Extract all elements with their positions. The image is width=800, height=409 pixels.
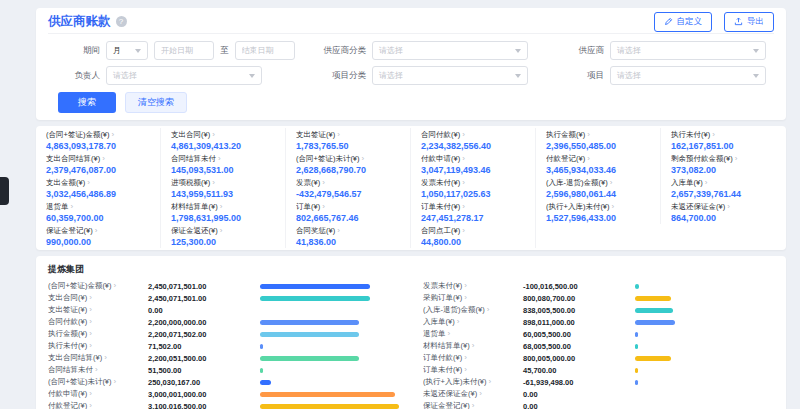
chart-row-label[interactable]: (执行+入库)未付(¥)› <box>423 377 523 387</box>
search-button[interactable]: 搜索 <box>58 92 116 113</box>
metric-card[interactable]: 入库单(¥)›2,657,339,761.44 <box>661 176 786 200</box>
chart-row-label[interactable]: 支出签证(¥)› <box>48 305 148 315</box>
metric-card[interactable]: (合同+签证)未计(¥)›2,628,668,790.70 <box>286 152 411 176</box>
metric-label: 合同点工(¥) <box>421 226 460 236</box>
project-select[interactable]: 请选择 <box>610 66 766 85</box>
metric-card[interactable]: 合同奖惩(¥)›41,836.00 <box>286 224 411 248</box>
chart-row-label[interactable]: 发票未付(¥)› <box>423 281 523 291</box>
metric-card[interactable]: (入库-退货)金额(¥)›2,596,980,061.44 <box>536 176 661 200</box>
supplier-select[interactable]: 请选择 <box>610 41 766 60</box>
metric-value: 2,396,550,485.00 <box>546 141 650 151</box>
metric-card[interactable]: 付款登记(¥)›3,465,934,033.46 <box>536 152 661 176</box>
period-unit-select[interactable]: 月 <box>106 41 148 60</box>
metric-card[interactable]: (合同+签证)金额(¥)›4,863,093,178.70 <box>36 128 161 152</box>
end-date-input[interactable] <box>235 41 295 60</box>
metric-card[interactable]: 执行未付(¥)›162,167,851.00 <box>661 128 786 152</box>
chart-bar-track <box>260 392 399 397</box>
metric-card[interactable]: 发票未付(¥)›1,050,117,025.63 <box>411 176 536 200</box>
metric-card[interactable]: 支出合同(¥)›4,861,309,413.20 <box>161 128 286 152</box>
metric-card[interactable]: 支出签证(¥)›1,783,765.50 <box>286 128 411 152</box>
start-date-input[interactable] <box>154 41 214 60</box>
chart-columns: (合同+签证)金额(¥)›2,450,071,501.00支出合同(¥)›2,4… <box>48 280 774 409</box>
metric-card[interactable]: 保证金返还(¥)›125,300.00 <box>161 224 286 248</box>
chart-row-label[interactable]: 订单付款(¥)› <box>423 353 523 363</box>
export-button-label: 导出 <box>747 16 764 28</box>
metric-label: 订单(¥) <box>296 202 320 212</box>
metric-card[interactable]: 支出合同结算(¥)›2,379,476,087.00 <box>36 152 161 176</box>
metric-label: 支出合同结算(¥) <box>46 154 100 164</box>
chevron-right-icon: › <box>587 131 590 139</box>
chart-row-label[interactable]: 采购订单(¥)› <box>423 293 523 303</box>
chart-row-label[interactable]: 入库单(¥)› <box>423 317 523 327</box>
chart-row-label[interactable]: 退货单› <box>423 329 523 339</box>
help-icon[interactable]: ? <box>116 16 127 27</box>
chart-row-label[interactable]: 材料结算单(¥)› <box>423 341 523 351</box>
chart-row-label[interactable]: 执行未付(¥)› <box>48 341 148 351</box>
chevron-right-icon: › <box>712 131 715 139</box>
metric-card[interactable]: 退货单›60,359,700.00 <box>36 200 161 224</box>
metric-card[interactable]: 合同结算未付›145,093,531.00 <box>161 152 286 176</box>
metric-card[interactable]: 合同付款(¥)›2,234,382,556.40 <box>411 128 536 152</box>
chevron-right-icon: › <box>89 342 92 350</box>
chart-row-label[interactable]: 支出合同(¥)› <box>48 293 148 303</box>
chevron-right-icon: › <box>462 227 465 235</box>
chart-bar <box>635 356 671 361</box>
chevron-right-icon: › <box>487 306 490 314</box>
chart-row-label[interactable]: 支出合同结算(¥)› <box>48 353 148 363</box>
chart-bar-track <box>260 380 399 385</box>
chart-row-label[interactable]: 付款登记(¥)› <box>48 401 148 409</box>
chart-row-label[interactable]: 保证金登记(¥)› <box>423 401 523 409</box>
chart-bar <box>260 380 271 385</box>
chevron-right-icon: › <box>104 354 107 362</box>
chart-row-label[interactable]: 付款申请(¥)› <box>48 389 148 399</box>
metric-card[interactable]: 进项税额(¥)›143,959,511.93 <box>161 176 286 200</box>
chart-row-value: 2,200,000,000.00 <box>148 318 260 327</box>
filter-actions: 搜索 清空搜索 <box>58 92 774 113</box>
export-button[interactable]: 导出 <box>724 12 774 32</box>
clear-search-button[interactable]: 清空搜索 <box>125 92 187 113</box>
metric-label: 订单未付(¥) <box>421 202 460 212</box>
metric-card[interactable]: 付款申请(¥)›3,047,119,493.46 <box>411 152 536 176</box>
chart-row-label[interactable]: (合同+签证)未计(¥)› <box>48 377 148 387</box>
metric-value: 4,861,309,413.20 <box>171 141 275 151</box>
metric-card[interactable]: 支出金额(¥)›3,032,456,486.89 <box>36 176 161 200</box>
chevron-right-icon: › <box>610 179 613 187</box>
filter-owner: 负责人 请选择 <box>48 66 298 85</box>
metric-label: (合同+签证)未计(¥) <box>296 154 360 164</box>
metric-card[interactable]: 执行金额(¥)›2,396,550,485.00 <box>536 128 661 152</box>
metric-label: (入库-退货)金额(¥) <box>546 178 608 188</box>
metric-card[interactable]: 保证金登记(¥)›990,000.00 <box>36 224 161 248</box>
metric-card[interactable]: 订单(¥)›802,665,767.46 <box>286 200 411 224</box>
chevron-right-icon: › <box>114 282 117 290</box>
metric-card[interactable]: 合同点工(¥)›44,800.00 <box>411 224 536 248</box>
metric-card[interactable]: 发票(¥)›-432,479,546.57 <box>286 176 411 200</box>
metric-card[interactable]: 剩余预付款金额(¥)›373,082.00 <box>661 152 786 176</box>
chart-row-label[interactable]: (入库-退货)金额(¥)› <box>423 305 523 315</box>
chart-row-label[interactable]: 订单未付(¥)› <box>423 365 523 375</box>
metric-card[interactable]: 订单未付(¥)›247,451,278.17 <box>411 200 536 224</box>
chart-row-label[interactable]: 合同结算未付› <box>48 365 148 375</box>
metric-card[interactable]: 材料结算单(¥)›1,798,631,995.00 <box>161 200 286 224</box>
group-title[interactable]: 提炼集团 <box>48 263 774 276</box>
chevron-right-icon: › <box>464 294 467 302</box>
supplier-category-select[interactable]: 请选择 <box>372 41 528 60</box>
metric-value: 2,628,668,790.70 <box>296 165 400 175</box>
metric-card[interactable]: 未返还保证金(¥)›864,700.00 <box>661 200 786 224</box>
project-label: 项目 <box>552 70 604 82</box>
sidebar-collapse-handle[interactable] <box>0 177 9 205</box>
chart-row-label[interactable]: (合同+签证)金额(¥)› <box>48 281 148 291</box>
metric-card[interactable]: (执行+入库)未付(¥)›1,527,596,433.00 <box>536 200 661 224</box>
chart-row-label[interactable]: 合同付款(¥)› <box>48 317 148 327</box>
chart-bar <box>635 320 675 325</box>
customize-button[interactable]: 自定义 <box>654 12 713 32</box>
metric-label: 执行金额(¥) <box>546 130 585 140</box>
metric-label: 合同奖惩(¥) <box>296 226 335 236</box>
metric-label: 发票未付(¥) <box>421 178 460 188</box>
chart-row-label[interactable]: 执行金额(¥)› <box>48 329 148 339</box>
chart-row-label[interactable]: 未返还保证金(¥)› <box>423 389 523 399</box>
project-category-select[interactable]: 请选择 <box>372 66 528 85</box>
chart-column-right: 发票未付(¥)›-100,016,500.00采购订单(¥)›800,080,7… <box>423 280 774 409</box>
chart-bar-track <box>635 332 774 337</box>
chevron-down-icon <box>753 74 759 78</box>
owner-select[interactable]: 请选择 <box>106 66 262 85</box>
